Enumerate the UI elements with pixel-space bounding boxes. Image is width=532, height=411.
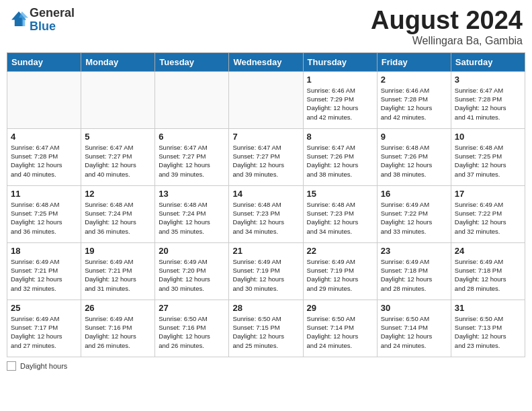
day-info: Sunrise: 6:49 AM Sunset: 7:18 PM Dayligh… bbox=[455, 257, 521, 293]
day-number: 9 bbox=[381, 132, 447, 142]
daylight-label: Daylight hours bbox=[20, 362, 67, 370]
day-info: Sunrise: 6:48 AM Sunset: 7:26 PM Dayligh… bbox=[381, 143, 447, 179]
calendar-week-row: 1Sunrise: 6:46 AM Sunset: 7:29 PM Daylig… bbox=[7, 71, 525, 128]
day-number: 15 bbox=[307, 189, 373, 199]
day-number: 29 bbox=[307, 303, 373, 313]
calendar-cell: 5Sunrise: 6:47 AM Sunset: 7:27 PM Daylig… bbox=[81, 128, 155, 185]
day-number: 16 bbox=[381, 189, 447, 199]
calendar-cell: 30Sunrise: 6:50 AM Sunset: 7:14 PM Dayli… bbox=[377, 300, 451, 357]
day-info: Sunrise: 6:49 AM Sunset: 7:22 PM Dayligh… bbox=[455, 200, 521, 236]
calendar-cell: 20Sunrise: 6:49 AM Sunset: 7:20 PM Dayli… bbox=[155, 242, 229, 300]
day-number: 26 bbox=[85, 303, 151, 313]
day-number: 30 bbox=[381, 303, 447, 313]
calendar-table: SundayMondayTuesdayWednesdayThursdayFrid… bbox=[7, 52, 525, 357]
calendar-cell: 10Sunrise: 6:48 AM Sunset: 7:25 PM Dayli… bbox=[451, 128, 525, 185]
calendar-cell: 8Sunrise: 6:47 AM Sunset: 7:26 PM Daylig… bbox=[303, 128, 377, 185]
day-info: Sunrise: 6:48 AM Sunset: 7:24 PM Dayligh… bbox=[85, 200, 151, 236]
calendar-cell: 23Sunrise: 6:49 AM Sunset: 7:18 PM Dayli… bbox=[377, 242, 451, 300]
day-info: Sunrise: 6:48 AM Sunset: 7:23 PM Dayligh… bbox=[232, 200, 299, 236]
day-info: Sunrise: 6:49 AM Sunset: 7:22 PM Dayligh… bbox=[381, 200, 447, 236]
calendar-cell: 16Sunrise: 6:49 AM Sunset: 7:22 PM Dayli… bbox=[377, 185, 451, 242]
day-info: Sunrise: 6:50 AM Sunset: 7:16 PM Dayligh… bbox=[159, 314, 225, 350]
calendar-cell bbox=[155, 71, 229, 128]
calendar-cell: 7Sunrise: 6:47 AM Sunset: 7:27 PM Daylig… bbox=[229, 128, 303, 185]
weekday-header: Monday bbox=[81, 52, 155, 71]
day-info: Sunrise: 6:47 AM Sunset: 7:26 PM Dayligh… bbox=[307, 143, 373, 179]
logo-blue-text: Blue bbox=[30, 19, 56, 33]
calendar-cell: 1Sunrise: 6:46 AM Sunset: 7:29 PM Daylig… bbox=[303, 71, 377, 128]
calendar-week-row: 11Sunrise: 6:48 AM Sunset: 7:25 PM Dayli… bbox=[7, 185, 525, 242]
day-number: 19 bbox=[85, 246, 151, 256]
calendar-cell: 31Sunrise: 6:50 AM Sunset: 7:13 PM Dayli… bbox=[451, 300, 525, 357]
day-number: 23 bbox=[381, 246, 447, 256]
day-info: Sunrise: 6:47 AM Sunset: 7:28 PM Dayligh… bbox=[455, 86, 521, 122]
day-number: 18 bbox=[11, 246, 77, 256]
day-number: 11 bbox=[11, 189, 77, 199]
day-number: 21 bbox=[232, 246, 299, 256]
day-info: Sunrise: 6:47 AM Sunset: 7:27 PM Dayligh… bbox=[232, 143, 299, 179]
calendar-cell: 25Sunrise: 6:49 AM Sunset: 7:17 PM Dayli… bbox=[7, 300, 81, 357]
day-info: Sunrise: 6:49 AM Sunset: 7:21 PM Dayligh… bbox=[11, 257, 77, 293]
calendar-cell: 24Sunrise: 6:49 AM Sunset: 7:18 PM Dayli… bbox=[451, 242, 525, 300]
day-info: Sunrise: 6:48 AM Sunset: 7:24 PM Dayligh… bbox=[159, 200, 225, 236]
day-number: 2 bbox=[381, 75, 447, 85]
calendar-cell: 11Sunrise: 6:48 AM Sunset: 7:25 PM Dayli… bbox=[7, 185, 81, 242]
day-number: 25 bbox=[11, 303, 77, 313]
logo-general-text: General bbox=[30, 6, 75, 19]
calendar-footer: Daylight hours bbox=[7, 361, 525, 371]
calendar-cell: 17Sunrise: 6:49 AM Sunset: 7:22 PM Dayli… bbox=[451, 185, 525, 242]
calendar-week-row: 25Sunrise: 6:49 AM Sunset: 7:17 PM Dayli… bbox=[7, 300, 525, 357]
day-number: 5 bbox=[85, 132, 151, 142]
calendar-cell: 26Sunrise: 6:49 AM Sunset: 7:16 PM Dayli… bbox=[81, 300, 155, 357]
day-info: Sunrise: 6:50 AM Sunset: 7:14 PM Dayligh… bbox=[381, 314, 447, 350]
day-info: Sunrise: 6:49 AM Sunset: 7:17 PM Dayligh… bbox=[11, 314, 77, 350]
day-number: 27 bbox=[159, 303, 225, 313]
weekday-header: Tuesday bbox=[155, 52, 229, 71]
day-info: Sunrise: 6:48 AM Sunset: 7:25 PM Dayligh… bbox=[11, 200, 77, 236]
calendar-cell: 15Sunrise: 6:48 AM Sunset: 7:23 PM Dayli… bbox=[303, 185, 377, 242]
day-number: 24 bbox=[455, 246, 521, 256]
calendar-cell bbox=[81, 71, 155, 128]
day-number: 1 bbox=[307, 75, 373, 85]
day-number: 6 bbox=[159, 132, 225, 142]
day-number: 28 bbox=[232, 303, 299, 313]
day-info: Sunrise: 6:49 AM Sunset: 7:21 PM Dayligh… bbox=[85, 257, 151, 293]
calendar-cell: 3Sunrise: 6:47 AM Sunset: 7:28 PM Daylig… bbox=[451, 71, 525, 128]
month-title: August 2024 bbox=[371, 7, 523, 35]
calendar-week-row: 4Sunrise: 6:47 AM Sunset: 7:28 PM Daylig… bbox=[7, 128, 525, 185]
calendar-cell: 22Sunrise: 6:49 AM Sunset: 7:19 PM Dayli… bbox=[303, 242, 377, 300]
day-info: Sunrise: 6:48 AM Sunset: 7:23 PM Dayligh… bbox=[307, 200, 373, 236]
day-number: 22 bbox=[307, 246, 373, 256]
calendar-cell: 29Sunrise: 6:50 AM Sunset: 7:14 PM Dayli… bbox=[303, 300, 377, 357]
day-number: 4 bbox=[11, 132, 77, 142]
day-number: 17 bbox=[455, 189, 521, 199]
day-info: Sunrise: 6:46 AM Sunset: 7:29 PM Dayligh… bbox=[307, 86, 373, 122]
calendar-cell: 21Sunrise: 6:49 AM Sunset: 7:19 PM Dayli… bbox=[229, 242, 303, 300]
day-info: Sunrise: 6:49 AM Sunset: 7:20 PM Dayligh… bbox=[159, 257, 225, 293]
calendar-cell: 4Sunrise: 6:47 AM Sunset: 7:28 PM Daylig… bbox=[7, 128, 81, 185]
weekday-header: Thursday bbox=[303, 52, 377, 71]
day-info: Sunrise: 6:47 AM Sunset: 7:27 PM Dayligh… bbox=[159, 143, 225, 179]
day-number: 14 bbox=[232, 189, 299, 199]
calendar-cell: 19Sunrise: 6:49 AM Sunset: 7:21 PM Dayli… bbox=[81, 242, 155, 300]
day-info: Sunrise: 6:49 AM Sunset: 7:18 PM Dayligh… bbox=[381, 257, 447, 293]
calendar-cell: 18Sunrise: 6:49 AM Sunset: 7:21 PM Dayli… bbox=[7, 242, 81, 300]
calendar-cell: 28Sunrise: 6:50 AM Sunset: 7:15 PM Dayli… bbox=[229, 300, 303, 357]
weekday-header: Friday bbox=[377, 52, 451, 71]
day-number: 13 bbox=[159, 189, 225, 199]
day-info: Sunrise: 6:49 AM Sunset: 7:19 PM Dayligh… bbox=[307, 257, 373, 293]
calendar-week-row: 18Sunrise: 6:49 AM Sunset: 7:21 PM Dayli… bbox=[7, 242, 525, 300]
calendar-cell: 12Sunrise: 6:48 AM Sunset: 7:24 PM Dayli… bbox=[81, 185, 155, 242]
logo-icon bbox=[9, 9, 28, 28]
day-number: 8 bbox=[307, 132, 373, 142]
calendar-cell: 2Sunrise: 6:46 AM Sunset: 7:28 PM Daylig… bbox=[377, 71, 451, 128]
weekday-header: Wednesday bbox=[229, 52, 303, 71]
day-info: Sunrise: 6:50 AM Sunset: 7:14 PM Dayligh… bbox=[307, 314, 373, 350]
day-info: Sunrise: 6:48 AM Sunset: 7:25 PM Dayligh… bbox=[455, 143, 521, 179]
logo: General Blue bbox=[9, 7, 75, 34]
day-info: Sunrise: 6:47 AM Sunset: 7:27 PM Dayligh… bbox=[85, 143, 151, 179]
location-subtitle: Wellingara Ba, Gambia bbox=[371, 35, 523, 47]
calendar-cell: 6Sunrise: 6:47 AM Sunset: 7:27 PM Daylig… bbox=[155, 128, 229, 185]
day-info: Sunrise: 6:47 AM Sunset: 7:28 PM Dayligh… bbox=[11, 143, 77, 179]
page-header: General Blue August 2024 Wellingara Ba, … bbox=[7, 7, 525, 47]
